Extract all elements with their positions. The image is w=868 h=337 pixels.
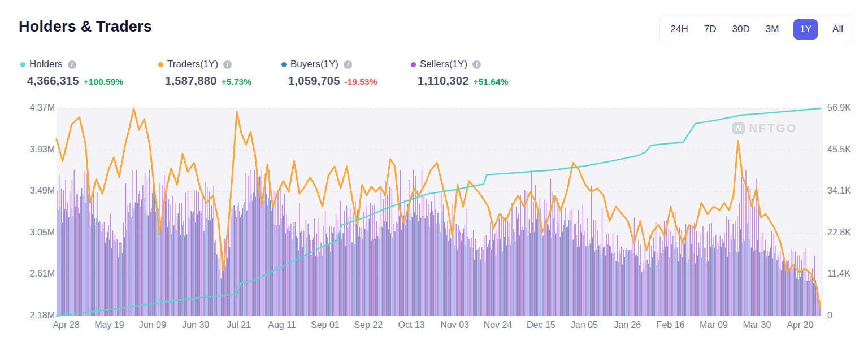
buyers-bar	[618, 262, 619, 316]
sellers-bar	[478, 250, 479, 316]
sellers-bar	[125, 183, 127, 316]
buyers-bar	[607, 244, 608, 316]
buyers-bar	[796, 278, 797, 316]
buyers-bar	[792, 268, 793, 316]
sellers-bar	[638, 240, 639, 316]
buyers-bar	[671, 244, 672, 316]
buyers-bar	[611, 253, 613, 316]
buyers-bar	[315, 256, 316, 316]
sellers-bar	[323, 226, 324, 317]
sellers-bar	[447, 221, 448, 316]
buyers-bar	[169, 221, 170, 316]
sellers-bar	[750, 188, 751, 316]
sellers-bar	[136, 170, 137, 316]
buyers-bar	[695, 263, 696, 316]
sellers-bar	[767, 251, 768, 316]
buyers-bar	[626, 248, 627, 316]
buyers-bar	[420, 218, 422, 316]
sellers-bar	[89, 212, 90, 316]
sellers-bar	[155, 212, 157, 316]
buyers-bar	[193, 211, 194, 316]
x-axis-tick: Jul 21	[218, 320, 261, 330]
sellers-bar	[771, 231, 772, 316]
buyers-bar	[687, 263, 688, 317]
buyers-bar	[731, 240, 732, 316]
sellers-bar	[732, 224, 734, 316]
buyers-bar	[609, 245, 610, 316]
sellers-bar	[209, 192, 210, 316]
buyers-bar	[661, 253, 662, 316]
sellers-bar	[168, 199, 170, 316]
sellers-bar	[632, 238, 633, 316]
y-axis-left-tick: 2.18M	[21, 310, 55, 321]
sellers-bar	[398, 195, 399, 316]
y-axis-left-tick: 4.37M	[21, 103, 55, 113]
buyers-bar	[493, 240, 494, 317]
buyers-bar	[706, 262, 707, 316]
buyers-bar	[714, 248, 715, 316]
sellers-bar	[669, 229, 670, 316]
x-axis-tick: Jan 05	[563, 320, 606, 330]
buyers-bar	[776, 260, 778, 316]
chart-canvas[interactable]	[0, 0, 868, 337]
buyers-bar	[725, 247, 726, 316]
sellers-bar	[718, 243, 719, 316]
buyers-bar	[377, 236, 379, 316]
buyers-bar	[66, 209, 67, 316]
buyers-bar	[328, 245, 329, 316]
sellers-bar	[645, 246, 646, 316]
sellers-bar	[252, 200, 253, 316]
sellers-bar	[256, 170, 257, 316]
buyers-bar	[146, 212, 147, 316]
buyers-bar	[539, 211, 540, 316]
sellers-bar	[778, 255, 779, 316]
sellers-bar	[190, 220, 191, 317]
buyers-bar	[309, 234, 310, 316]
buyers-bar	[403, 215, 404, 316]
buyers-bar	[701, 257, 702, 316]
sellers-bar	[441, 192, 442, 316]
buyers-bar	[615, 261, 617, 317]
buyers-bar	[423, 216, 424, 316]
buyers-bar	[802, 270, 804, 316]
buyers-bar	[371, 240, 372, 316]
sellers-bar	[739, 203, 740, 316]
buyers-bar	[596, 250, 597, 316]
sellers-bar	[99, 221, 101, 316]
sellers-bar	[793, 251, 794, 316]
sellers-bar	[277, 192, 279, 316]
buyers-bar	[637, 256, 638, 316]
buyers-bar	[480, 260, 481, 316]
buyers-bar	[519, 235, 520, 316]
sellers-bar	[432, 211, 433, 316]
buyers-bar	[721, 247, 722, 316]
buyers-bar	[710, 247, 711, 316]
buyers-bar	[418, 221, 419, 316]
buyers-bar	[644, 269, 645, 316]
sellers-bar	[116, 239, 118, 316]
sellers-bar	[67, 202, 68, 316]
y-axis-left-tick: 3.49M	[21, 186, 55, 196]
sellers-bar	[393, 224, 394, 316]
sellers-bar	[621, 247, 622, 316]
buyers-bar	[566, 227, 567, 317]
buyers-bar	[648, 264, 649, 316]
buyers-bar	[131, 217, 132, 316]
buyers-bar	[152, 193, 153, 316]
buyers-bar	[124, 237, 125, 316]
sellers-bar	[780, 251, 781, 316]
sellers-bar	[314, 218, 315, 316]
sellers-bar	[254, 170, 255, 316]
buyers-bar	[506, 246, 507, 317]
buyers-bar	[779, 268, 780, 316]
sellers-bar	[215, 240, 216, 316]
sellers-bar	[640, 245, 641, 316]
sellers-bar	[104, 222, 105, 316]
sellers-bar	[715, 235, 717, 316]
buyers-bar	[564, 220, 565, 316]
sellers-bar	[78, 207, 79, 316]
chart-area[interactable]: 4.37M3.93M3.49M3.05M2.61M2.18M56.9K45.5K…	[0, 0, 868, 337]
buyers-bar	[305, 255, 306, 316]
sellers-bar	[400, 170, 401, 316]
sellers-bar	[297, 238, 298, 316]
